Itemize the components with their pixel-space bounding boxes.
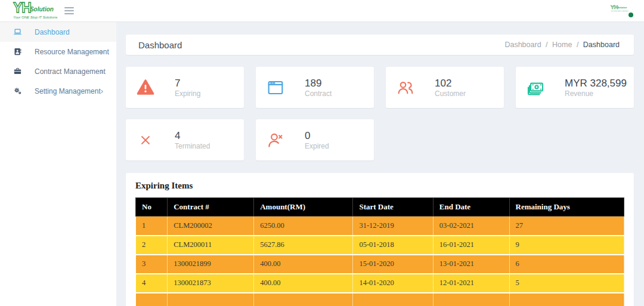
table-row [136, 293, 624, 306]
cell-start-date: 15-01-2020 [353, 255, 433, 274]
cell-amount: 400.00 [254, 274, 353, 293]
stat-value: MYR 328,599 [565, 77, 627, 89]
cell-no: 1 [136, 217, 168, 236]
table-header-row: No Contract # Amount(RM) Start Date End … [136, 198, 624, 217]
expiring-items-table: No Contract # Amount(RM) Start Date End … [135, 197, 624, 306]
cell-contract [168, 293, 254, 306]
stat-cards: 7 Expiring 189 Contract [126, 67, 634, 160]
sidebar-item-label: Resource Management [35, 48, 109, 56]
col-header-amount: Amount(RM) [254, 198, 353, 217]
app-logo: YH Solution Your ONE Stop IT Solutions [13, 1, 67, 21]
breadcrumb: Dashboard / Home / Dashboard [504, 41, 620, 49]
sidebar-item-dashboard[interactable]: Dashboard [0, 22, 116, 42]
main-content: Dashboard Dashboard / Home / Dashboard 7… [116, 22, 644, 306]
cell-remaining-days: 27 [509, 217, 624, 236]
briefcase-icon [13, 67, 22, 76]
logo-initials: YH [13, 1, 31, 15]
gears-icon [13, 86, 22, 95]
user-x-icon [266, 131, 285, 150]
cell-end-date: 12-01-2021 [433, 274, 509, 293]
chevron-right-icon: › [101, 47, 103, 56]
banknotes-icon [526, 78, 545, 97]
col-header-no: No [136, 198, 168, 217]
cell-remaining-days [509, 293, 624, 306]
stat-label: Revenue [565, 89, 627, 98]
table-row: 3 1300021899 400.00 15-01-2020 13-01-202… [136, 255, 624, 274]
x-icon [136, 131, 155, 150]
page-title: Dashboard [138, 40, 182, 50]
sidebar-item-contract-management[interactable]: Contract Management › [0, 61, 116, 81]
expiring-items-title: Expiring Items [135, 181, 624, 191]
sidebar-item-setting-management[interactable]: Setting Management › [0, 81, 116, 101]
logo-name: Solution [30, 7, 54, 13]
cell-end-date: 03-02-2021 [433, 217, 509, 236]
cell-contract: CLM200011 [168, 236, 254, 255]
sidebar-item-label: Dashboard [35, 28, 70, 36]
breadcrumb-current: Dashboard [583, 41, 620, 49]
cell-remaining-days: 9 [509, 236, 624, 255]
window-icon [266, 78, 285, 97]
topbar: YH Solution Your ONE Stop IT Solutions Y… [0, 0, 644, 22]
cell-amount: 6250.00 [254, 217, 353, 236]
avatar-logo-name: Solution [617, 7, 627, 9]
expiring-items-card: Expiring Items No Contract # Amount(RM) … [126, 173, 634, 306]
online-status-dot [628, 13, 633, 17]
cell-amount: 400.00 [254, 255, 353, 274]
cell-start-date: 31-12-2019 [353, 217, 433, 236]
chevron-right-icon: › [101, 67, 103, 76]
breadcrumb-separator: / [577, 41, 578, 49]
stat-label: Terminated [175, 142, 210, 150]
sidebar: Dashboard Resource Management › Contract… [0, 22, 116, 306]
avatar-logo-tagline: Your ONE Stop IT Solutions [611, 10, 628, 11]
stat-label: Contract [305, 89, 332, 98]
table-row: 4 1300021873 400.00 14-01-2020 12-01-202… [136, 274, 624, 293]
warning-triangle-icon [136, 78, 155, 97]
stat-value: 189 [305, 77, 332, 89]
stat-card-expired: 0 Expired [256, 119, 374, 160]
table-row: 1 CLM200002 6250.00 31-12-2019 03-02-202… [136, 217, 624, 236]
cell-end-date: 16-01-2021 [433, 236, 509, 255]
stat-card-customer: 102 Customer [386, 67, 504, 108]
cell-remaining-days: 5 [509, 274, 624, 293]
col-header-end-date: End Date [433, 198, 509, 217]
breadcrumb-home[interactable]: Home [552, 41, 572, 49]
stat-card-contract: 189 Contract [256, 67, 374, 108]
col-header-start-date: Start Date [353, 198, 433, 217]
col-header-remaining-days: Remaining Days [509, 198, 624, 217]
breadcrumb-separator: / [546, 41, 547, 49]
stat-card-expiring: 7 Expiring [126, 67, 244, 108]
cell-start-date: 14-01-2020 [353, 274, 433, 293]
col-header-contract: Contract # [168, 198, 254, 217]
menu-toggle-icon[interactable] [64, 7, 74, 14]
stat-card-terminated: 4 Terminated [126, 119, 244, 160]
address-book-icon [13, 47, 22, 56]
cell-no: 3 [136, 255, 168, 274]
stat-label: Expired [305, 142, 329, 150]
cell-start-date: 05-01-2018 [353, 236, 433, 255]
cell-no: 4 [136, 274, 168, 293]
user-avatar[interactable]: YH Solution Your ONE Stop IT Solutions [611, 3, 634, 18]
cell-contract: 1300021899 [168, 255, 254, 274]
stat-label: Expiring [175, 89, 200, 98]
sidebar-item-resource-management[interactable]: Resource Management › [0, 42, 116, 61]
page-header: Dashboard Dashboard / Home / Dashboard [126, 35, 634, 55]
cell-remaining-days: 6 [509, 255, 624, 274]
chevron-right-icon: › [101, 86, 103, 95]
logo-tagline: Your ONE Stop IT Solutions [13, 16, 67, 19]
cell-amount [254, 293, 353, 306]
users-icon [396, 78, 415, 97]
table-row: 2 CLM200011 5627.86 05-01-2018 16-01-202… [136, 236, 624, 255]
stat-label: Customer [435, 89, 466, 98]
stat-card-revenue: MYR 328,599 Revenue [516, 67, 634, 108]
sidebar-item-label: Setting Management [35, 87, 101, 95]
stat-value: 102 [435, 77, 466, 89]
breadcrumb-dashboard[interactable]: Dashboard [504, 41, 541, 49]
cell-contract: CLM200002 [168, 217, 254, 236]
cell-contract: 1300021873 [168, 274, 254, 293]
cell-amount: 5627.86 [254, 236, 353, 255]
cell-end-date [433, 293, 509, 306]
cell-start-date [353, 293, 433, 306]
sidebar-item-label: Contract Management [35, 67, 106, 76]
laptop-icon [13, 27, 22, 36]
cell-end-date: 13-01-2021 [433, 255, 509, 274]
